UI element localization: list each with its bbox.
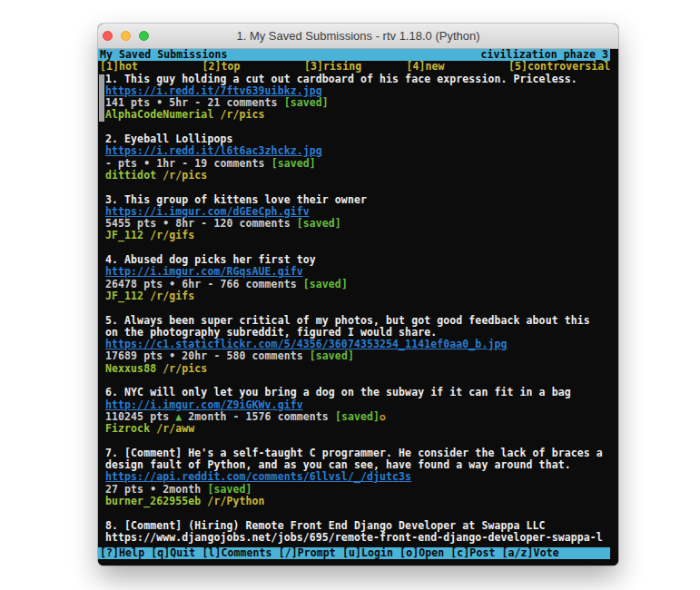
author-link[interactable]: JF_112 <box>105 229 143 241</box>
subreddit-link[interactable]: /r/pics <box>163 362 207 375</box>
submission-byline: dittidot/r/pics <box>105 170 618 182</box>
submission-byline: Fizrock/r/aww <box>105 423 618 435</box>
tab-new[interactable]: [4]new <box>407 61 509 73</box>
submission-stats: - pts • 1hr - 19 comments [saved] <box>105 158 618 170</box>
traffic-lights <box>103 24 149 48</box>
submission-url-link[interactable]: http://i.imgur.com/RGqsAUE.gifv <box>105 266 618 278</box>
logged-in-username: civilization_phaze_3 <box>481 49 608 61</box>
author-link[interactable]: AlphaCodeNumerial <box>105 108 213 121</box>
submission-item-2[interactable]: 2. Eyeball Lollipops https://i.redd.it/l… <box>105 133 618 182</box>
submission-item-5[interactable]: 5. Always been super critical of my phot… <box>105 315 618 375</box>
submission-title: 2. Eyeball Lollipops <box>105 133 618 145</box>
submission-url-link[interactable]: https://api.reddit.com/comments/6llvsl/_… <box>105 471 618 483</box>
submission-stats: 141 pts • 5hr - 21 comments [saved] <box>105 97 618 109</box>
subreddit-link[interactable]: /r/pics <box>163 169 207 182</box>
help-bar: [?]Help [q]Quit [l]Comments [/]Prompt [u… <box>98 547 610 559</box>
subreddit-link[interactable]: /r/aww <box>156 422 194 435</box>
saved-badge: [saved] <box>335 410 380 423</box>
submission-url-link[interactable]: https://c1.staticflickr.com/5/4356/36074… <box>105 339 618 350</box>
status-bar: My Saved Submissions civilization_phaze_… <box>98 49 610 61</box>
submission-item-3[interactable]: 3. This group of kittens love their owne… <box>105 194 618 242</box>
submission-byline: JF_112/r/gifs <box>105 290 618 302</box>
submission-stats: 17689 pts • 20hr - 580 comments [saved] <box>105 350 618 362</box>
tab-rising[interactable]: [3]rising <box>304 61 407 73</box>
window-title: 1. My Saved Submissions - rtv 1.18.0 (Py… <box>236 29 479 43</box>
tab-hot[interactable]: [1]hot <box>100 61 202 73</box>
saved-badge: [saved] <box>207 483 251 496</box>
saved-badge: [saved] <box>303 278 348 290</box>
submission-byline: JF_112/r/gifs <box>105 230 618 241</box>
submission-byline: Nexxus88/r/pics <box>105 363 618 375</box>
submission-url-link[interactable]: https://i.redd.it/7ftv639uibkz.jpg <box>105 85 618 97</box>
submission-title: 6. NYC will only let you bring a dog on … <box>105 387 618 398</box>
tab-top[interactable]: [2]top <box>202 61 305 73</box>
submission-url-link[interactable]: http://i.imgur.com/Z9iGKWv.gifv <box>105 399 618 411</box>
submission-item-1[interactable]: 1. This guy holding a cut out cardboard … <box>105 74 618 122</box>
terminal: My Saved Submissions civilization_phaze_… <box>98 49 618 565</box>
submission-item-7[interactable]: 7. [Comment] He's a self-taught C progra… <box>105 447 618 507</box>
author-link[interactable]: JF_112 <box>105 290 143 302</box>
zoom-button[interactable] <box>139 31 149 41</box>
subreddit-link[interactable]: /r/pics <box>220 108 264 121</box>
submission-byline: AlphaCodeNumerial/r/pics <box>105 109 618 121</box>
submission-title: 1. This guy holding a cut out cardboard … <box>105 74 618 85</box>
page-title: My Saved Submissions <box>100 49 227 61</box>
submission-url-link[interactable]: https://i.redd.it/l6t6ac3zhckz.jpg <box>105 145 618 157</box>
subreddit-link[interactable]: /r/gifs <box>150 290 194 302</box>
submission-stats: 110245 pts ▲ 2month - 1576 comments [sav… <box>105 411 618 423</box>
minimize-button[interactable] <box>121 31 131 41</box>
app-window: 1. My Saved Submissions - rtv 1.18.0 (Py… <box>98 24 618 565</box>
author-link[interactable]: burner_262955eb <box>105 495 201 507</box>
titlebar[interactable]: 1. My Saved Submissions - rtv 1.18.0 (Py… <box>98 24 618 49</box>
shortcut-hints: [?]Help [q]Quit [l]Comments [/]Prompt [u… <box>100 547 559 559</box>
author-link[interactable]: Fizrock <box>105 422 150 435</box>
sort-tab-bar: [1]hot [2]top [3]rising [4]new [5]contro… <box>98 61 618 73</box>
submission-item-6[interactable]: 6. NYC will only let you bring a dog on … <box>105 387 618 435</box>
saved-badge: [saved] <box>271 157 316 170</box>
saved-badge: [saved] <box>297 217 341 230</box>
saved-badge: [saved] <box>284 96 329 109</box>
close-button[interactable] <box>103 31 113 41</box>
subreddit-link[interactable]: /r/Python <box>207 495 264 507</box>
submission-title: 7. [Comment] He's a self-taught C progra… <box>105 447 610 472</box>
submission-stats: 5455 pts • 8hr - 120 comments [saved] <box>105 218 618 230</box>
author-link[interactable]: dittidot <box>105 169 156 182</box>
subreddit-link[interactable]: /r/gifs <box>150 229 194 241</box>
submission-title: 4. Abused dog picks her first toy <box>105 254 618 266</box>
submission-title: 3. This group of kittens love their owne… <box>105 194 618 206</box>
comment-body-line: https://www.djangojobs.net/jobs/695/remo… <box>105 532 618 544</box>
tab-controversial[interactable]: [5]controversial <box>508 61 611 73</box>
submission-stats: 26478 pts • 6hr - 766 comments [saved] <box>105 279 618 290</box>
submission-item-4[interactable]: 4. Abused dog picks her first toy http:/… <box>105 254 618 302</box>
author-link[interactable]: Nexxus88 <box>105 362 156 375</box>
submission-title: 8. [Comment] (Hiring) Remote Front End D… <box>105 520 618 532</box>
submission-url-link[interactable]: https://i.imgur.com/dGEeCph.gifv <box>105 206 618 218</box>
submission-title: 5. Always been super critical of my phot… <box>105 315 610 339</box>
gilded-star-icon: ✪ <box>380 410 386 423</box>
saved-badge: [saved] <box>310 349 354 362</box>
submission-byline: burner_262955eb/r/Python <box>105 496 618 507</box>
submission-list: 1. This guy holding a cut out cardboard … <box>98 74 618 556</box>
submission-stats: 27 pts • 2month [saved] <box>105 484 618 496</box>
